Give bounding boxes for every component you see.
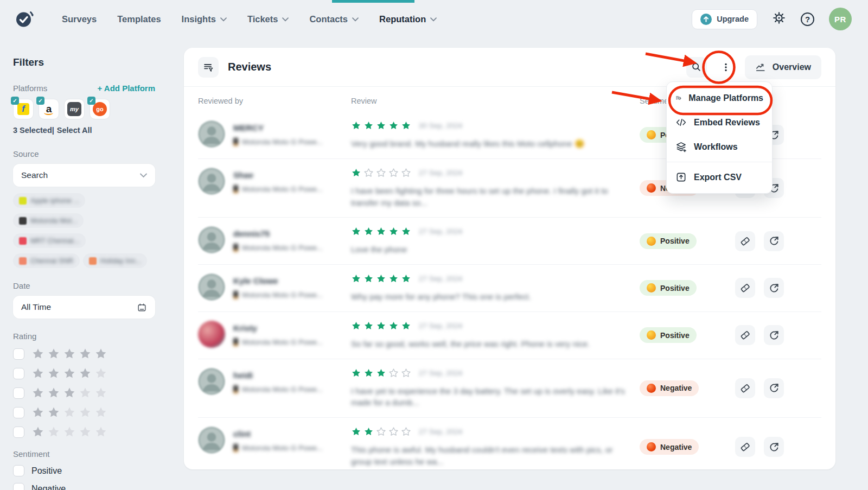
product-label: Motorola Moto G Powe... bbox=[242, 338, 323, 346]
star-icon bbox=[79, 367, 92, 380]
star-icon bbox=[31, 367, 44, 380]
star-icon bbox=[363, 226, 374, 237]
sentiment-checkbox[interactable] bbox=[13, 465, 24, 476]
settings-gear-icon[interactable] bbox=[772, 11, 786, 27]
create-ticket-button[interactable] bbox=[735, 378, 755, 398]
nav-item-label: Templates bbox=[117, 14, 161, 24]
selected-count: 3 Selected| bbox=[13, 126, 54, 135]
sentiment-checkbox[interactable] bbox=[13, 483, 24, 490]
kebab-menu-button[interactable] bbox=[716, 57, 736, 78]
sentiment-badge-label: Positive bbox=[660, 331, 690, 340]
sentiment-cell: Positive bbox=[640, 280, 735, 296]
star-icon bbox=[363, 368, 374, 378]
nav-item-surveys[interactable]: Surveys bbox=[62, 14, 97, 24]
platform-goibibo[interactable]: ✓ go bbox=[90, 99, 110, 119]
reviewed-product: Motorola Moto G Powe... bbox=[233, 338, 323, 346]
open-review-button[interactable] bbox=[764, 278, 784, 298]
user-avatar[interactable]: PR bbox=[829, 8, 852, 30]
product-phone-icon bbox=[233, 138, 238, 146]
source-search-select[interactable]: Search bbox=[13, 164, 155, 187]
reviewer-name: clint bbox=[233, 429, 323, 439]
star-icon bbox=[401, 120, 411, 131]
upgrade-button[interactable]: Upgrade bbox=[692, 9, 757, 29]
reviewer-avatar bbox=[198, 321, 225, 348]
review-stars: 30 Sep, 2024 bbox=[351, 120, 640, 131]
review-text: I have yet to experience the 3 day batte… bbox=[351, 385, 629, 409]
reviewer-info: Kristy Motorola Moto G Powe... bbox=[233, 321, 323, 348]
nav-item-insights[interactable]: Insights bbox=[182, 14, 227, 24]
select-all-link[interactable]: Select All bbox=[57, 126, 92, 135]
star-icon bbox=[351, 120, 361, 131]
reviewer-info: heidi Motorola Moto G Powe... bbox=[233, 368, 323, 395]
nav-item-label: Reputation bbox=[379, 14, 426, 24]
nav-item-reputation[interactable]: Reputation bbox=[379, 14, 437, 24]
platform-makemytrip[interactable]: my bbox=[64, 99, 85, 119]
reviewed-product: Motorola Moto G Powe... bbox=[233, 291, 323, 299]
rating-stars bbox=[31, 367, 107, 380]
create-ticket-button[interactable] bbox=[735, 231, 755, 251]
top-navigation: Surveys Templates Insights Tickets Conta… bbox=[0, 0, 868, 38]
rating-checkbox[interactable] bbox=[13, 407, 24, 418]
open-review-button[interactable] bbox=[764, 231, 784, 251]
reviewed-product: Motorola Moto G Powe... bbox=[233, 385, 323, 393]
star-icon bbox=[351, 168, 361, 178]
source-tag[interactable]: Holiday Inn... bbox=[83, 253, 148, 268]
star-icon bbox=[388, 368, 399, 378]
rating-checkbox[interactable] bbox=[13, 368, 24, 379]
help-icon[interactable]: ? bbox=[801, 12, 814, 26]
source-tag-label: Motorola Mot... bbox=[30, 217, 78, 225]
platforms-selected-line: 3 Selected|Select All bbox=[13, 126, 155, 135]
nav-item-tickets[interactable]: Tickets bbox=[247, 14, 289, 24]
source-tag[interactable]: Motorola Mot... bbox=[13, 213, 84, 228]
reviewer-name: dennis75 bbox=[233, 229, 323, 239]
add-platform-button[interactable]: + Add Platform bbox=[97, 84, 155, 93]
reviewed-product: Motorola Moto G Powe... bbox=[233, 185, 323, 193]
sentiment-badge-label: Positive bbox=[660, 237, 690, 245]
menu-item-embed-reviews[interactable]: Embed Reviews bbox=[667, 110, 772, 135]
open-review-button[interactable] bbox=[764, 437, 784, 457]
rating-checkbox[interactable] bbox=[13, 427, 24, 438]
review-filter-icon[interactable] bbox=[198, 57, 219, 78]
source-tag[interactable]: Chennai SNR bbox=[13, 253, 80, 268]
menu-item-export-csv[interactable]: Export CSV bbox=[667, 165, 772, 189]
product-label: Motorola Moto G Powe... bbox=[242, 138, 323, 146]
star-icon bbox=[47, 425, 60, 438]
menu-item-workflows[interactable]: Workflows bbox=[667, 135, 772, 159]
rating-label: Rating bbox=[13, 332, 155, 341]
nav-item-templates[interactable]: Templates bbox=[117, 14, 161, 24]
create-ticket-button[interactable] bbox=[735, 325, 755, 345]
row-actions bbox=[735, 325, 821, 345]
review-text: Why pay more for any phone? This one is … bbox=[351, 291, 629, 303]
source-tag[interactable]: Apple iphone ... bbox=[13, 193, 85, 208]
open-review-button[interactable] bbox=[764, 378, 784, 398]
platform-flipkart[interactable]: ✓ f bbox=[13, 99, 34, 119]
rating-checkbox[interactable] bbox=[13, 348, 24, 360]
nav-item-contacts[interactable]: Contacts bbox=[309, 14, 359, 24]
date-select[interactable]: All Time bbox=[13, 296, 155, 319]
source-tag[interactable]: MRT Chennai... bbox=[13, 233, 86, 248]
rating-filter-row bbox=[13, 425, 155, 438]
star-icon bbox=[63, 367, 76, 380]
platform-logo-icon: my bbox=[67, 102, 81, 116]
product-phone-icon bbox=[233, 185, 238, 193]
reviewer-cell: MERCY Motorola Moto G Powe... bbox=[198, 120, 351, 148]
app-logo[interactable] bbox=[14, 9, 35, 29]
star-icon bbox=[94, 347, 107, 360]
row-actions bbox=[735, 278, 821, 298]
review-cell: 27 Sep, 2024 Why pay more for any phone?… bbox=[351, 273, 640, 303]
platform-amazon[interactable]: ✓ a bbox=[39, 99, 59, 119]
menu-item-manage-platforms[interactable]: Manage Platforms bbox=[667, 86, 772, 110]
filters-title: Filters bbox=[13, 56, 155, 68]
sentiment-option-positive: Positive bbox=[13, 465, 155, 476]
create-ticket-button[interactable] bbox=[735, 278, 755, 298]
nav-item-label: Tickets bbox=[247, 14, 278, 24]
search-button[interactable] bbox=[686, 57, 707, 78]
create-ticket-button[interactable] bbox=[735, 437, 755, 457]
star-icon bbox=[79, 386, 92, 399]
overview-button[interactable]: Overview bbox=[745, 55, 821, 79]
rating-checkbox[interactable] bbox=[13, 387, 24, 399]
star-icon bbox=[363, 427, 374, 437]
star-icon bbox=[363, 168, 374, 178]
open-review-button[interactable] bbox=[764, 325, 784, 345]
star-icon bbox=[401, 226, 411, 237]
